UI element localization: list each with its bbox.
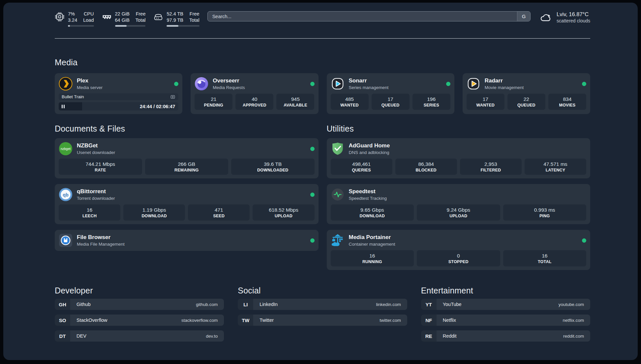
stat-box-approved: 40 APPROVED	[235, 94, 273, 110]
documents-apps: nzbget NZBGet Usenet downloader 744.21 M…	[55, 138, 319, 251]
app-card-qbittorrent[interactable]: qb qBittorrent Torrent downloader 16 LEE…	[55, 184, 319, 224]
app-card-text: Overseerr Media Requests	[213, 77, 245, 91]
stat-value: 0	[418, 253, 499, 259]
link-abbr: DT	[55, 330, 70, 342]
app-card-speedtest[interactable]: Speedtest Speedtest Tracking 9.65 Gbps D…	[327, 184, 591, 224]
stat-label: QUEUED	[509, 103, 544, 108]
link-pill: DEV dev.to	[70, 330, 224, 342]
now-playing-title: Bullet Train	[62, 94, 84, 99]
app-card-header: Sonarr Series management	[331, 77, 450, 91]
stat-box-seed: 471 SEED	[188, 204, 250, 221]
link-row-linkedin[interactable]: LI LinkedIn linkedin.com	[238, 299, 407, 310]
stat-value: 834	[550, 96, 585, 102]
memory-stat-values: 22 GiB64 GiB	[115, 11, 130, 23]
system-stats: 7%3.24 CPULoad 22 GiB64 GiB FreeTotal 52…	[55, 11, 199, 27]
stat-value: 266 GB	[146, 161, 227, 167]
link-pill: Github github.com	[70, 299, 224, 310]
link-name: DEV	[76, 333, 86, 339]
svg-text:nzbget: nzbget	[61, 147, 71, 151]
app-stats-row: 16 RUNNING 0 STOPPED 16 TOTAL	[331, 250, 587, 266]
app-card-sonarr[interactable]: Sonarr Series management 485 WANTED 17 Q…	[327, 73, 454, 114]
app-card-nzbget[interactable]: nzbget NZBGet Usenet downloader 744.21 M…	[55, 138, 319, 178]
app-name: Media Portainer	[349, 234, 395, 241]
qbittorrent-icon: qb	[59, 188, 73, 201]
header-divider	[55, 38, 590, 39]
app-description: Media File Management	[77, 241, 125, 247]
link-rows: GH Github github.com SO StackOverflow st…	[55, 299, 224, 342]
memory-progress-bar	[115, 25, 146, 27]
stat-box-downloaded: 39.6 TB DOWNLOADED	[231, 159, 315, 175]
link-row-github[interactable]: GH Github github.com	[55, 299, 224, 310]
stat-label: BLOCKED	[397, 167, 456, 173]
plex-icon	[59, 77, 73, 91]
app-card-header: qb qBittorrent Torrent downloader	[59, 188, 315, 201]
adguard-icon	[331, 142, 345, 156]
stat-value: 21	[196, 96, 231, 102]
stat-box-wanted: 17 WANTED	[467, 94, 504, 110]
stat-label: WANTED	[468, 103, 503, 108]
status-indicator-online	[310, 193, 315, 197]
search-bar[interactable]: G	[207, 11, 531, 21]
status-indicator-online	[582, 238, 586, 243]
app-card-header: nzbget NZBGet Usenet downloader	[59, 142, 315, 156]
pause-icon[interactable]	[62, 105, 65, 108]
sonarr-icon	[331, 77, 345, 91]
stat-box-download: 9.65 Gbps DOWNLOAD	[331, 204, 414, 221]
link-row-netflix[interactable]: NF Netflix netflix.com	[421, 315, 590, 326]
link-row-youtube[interactable]: YT YouTube youtube.com	[421, 299, 590, 310]
stat-box-rate: 744.21 Mbps RATE	[59, 159, 142, 175]
app-description: Series management	[349, 85, 389, 91]
disk-icon	[153, 12, 163, 22]
app-card-header: Radarr Movie management	[467, 77, 586, 91]
dashboard-panel: 7%3.24 CPULoad 22 GiB64 GiB FreeTotal 52…	[3, 3, 638, 360]
stat-value: 498,461	[332, 161, 391, 167]
app-name: qBittorrent	[77, 188, 115, 195]
stat-value: 0.993 ms	[504, 207, 585, 213]
playback-progress-bar[interactable]: 24:44 / 02:06:47	[59, 102, 178, 110]
stat-label: FILTERED	[461, 167, 520, 173]
app-card-file-browser[interactable]: File Browser Media File Management	[55, 230, 319, 251]
app-name: AdGuard Home	[349, 142, 390, 149]
app-card-overseerr[interactable]: Overseerr Media Requests 21 PENDING 40 A…	[191, 73, 318, 114]
stat-label: QUEUED	[373, 103, 408, 108]
search-input[interactable]	[208, 12, 517, 21]
app-card-radarr[interactable]: Radarr Movie management 17 WANTED 22 QUE…	[463, 73, 590, 114]
app-card-text: Sonarr Series management	[349, 77, 389, 91]
weather-text: Lviv, 16.87°C scattered clouds	[557, 11, 590, 23]
app-card-plex[interactable]: Plex Media server Bullet Train 24:44 / 0…	[55, 73, 182, 114]
disk-stat-labels: FreeTotal	[189, 11, 199, 23]
overseerr-icon	[195, 77, 208, 91]
cpu-icon	[55, 12, 65, 22]
stat-label: SERIES	[414, 103, 449, 108]
stat-label: DOWNLOADED	[232, 167, 313, 173]
stat-box-filtered: 2,953 FILTERED	[460, 159, 522, 175]
homelab-dashboard: { "theme": { "background": "#1b2534", "c…	[0, 0, 641, 364]
cast-icon[interactable]	[170, 94, 175, 100]
link-pill: Twitter twitter.com	[253, 315, 407, 326]
app-description: Torrent downloader	[77, 196, 115, 201]
search-engine-button[interactable]: G	[517, 12, 530, 21]
section-title-documents: Documents & Files	[55, 124, 319, 134]
stat-label: WANTED	[332, 103, 367, 108]
app-card-media-portainer[interactable]: Media Portainer Container management 16 …	[327, 230, 591, 270]
link-row-dev[interactable]: DT DEV dev.to	[55, 330, 224, 342]
link-pill: YouTube youtube.com	[437, 299, 590, 310]
stat-value: 2,953	[461, 161, 520, 167]
stat-label: APPROVED	[237, 103, 272, 108]
link-rows: YT YouTube youtube.com NF Netflix netfli…	[421, 299, 590, 342]
link-row-reddit[interactable]: RE Reddit reddit.com	[421, 330, 590, 342]
disk-stat-body: 52.4 TB97.9 TB FreeTotal	[167, 11, 199, 27]
link-url: linkedin.com	[376, 302, 401, 307]
status-indicator-online	[174, 82, 178, 86]
stat-box-remaining: 266 GB REMAINING	[145, 159, 229, 175]
cpu-stat-body: 7%3.24 CPULoad	[68, 11, 94, 27]
stat-box-series: 196 SERIES	[412, 94, 450, 110]
app-stats-row: 9.65 Gbps DOWNLOAD 9.24 Gbps UPLOAD 0.99…	[331, 204, 587, 221]
link-row-stackoverflow[interactable]: SO StackOverflow stackoverflow.com	[55, 315, 224, 326]
cpu-progress-bar	[68, 25, 94, 27]
link-row-twitter[interactable]: TW Twitter twitter.com	[238, 315, 407, 326]
stat-box-stopped: 0 STOPPED	[417, 250, 500, 266]
stat-box-running: 16 RUNNING	[331, 250, 414, 266]
weather-location-temp: Lviv, 16.87°C	[557, 11, 590, 17]
app-card-adguard-home[interactable]: AdGuard Home DNS and adblocking 498,461 …	[327, 138, 591, 178]
